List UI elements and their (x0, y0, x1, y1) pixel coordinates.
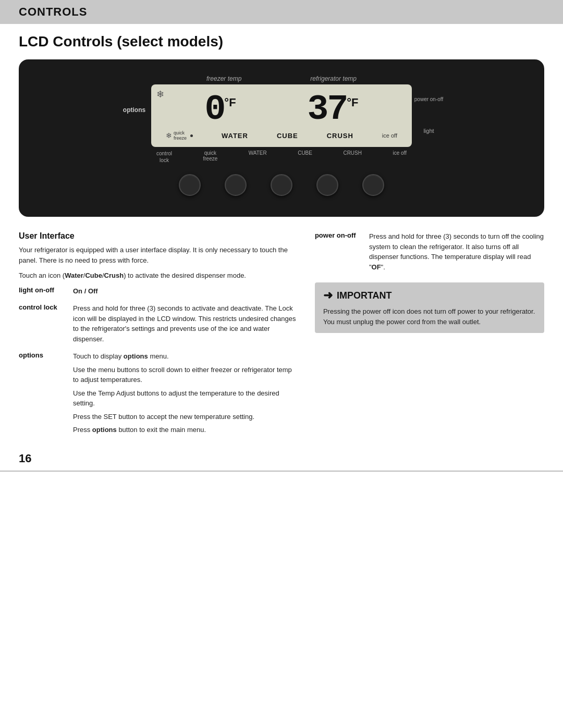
control-lock-def: Press and hold for three (3) seconds to … (73, 303, 299, 344)
user-interface-title: User Interface (19, 231, 299, 241)
lcd-panel: options freezer temp refrigerator temp ❄… (19, 59, 544, 217)
lcd-screen: ❄ 0 °F 37 °F ❄ quickfreeze (151, 84, 412, 147)
options-def: Touch to display options menu. Use the m… (73, 351, 299, 435)
dot-indicator (190, 134, 193, 137)
user-interface-para2: Touch an icon (Water/Cube/Crush) to acti… (19, 270, 299, 281)
crush-outer-label: CRUSH (343, 150, 362, 156)
freezer-temp-label: freezer temp (206, 75, 241, 82)
user-interface-para1: Your refrigerator is equipped with a use… (19, 245, 299, 265)
page-number: 16 (0, 442, 563, 471)
cube-label: CUBE (277, 132, 298, 140)
snowflake-top-icon: ❄ (156, 89, 164, 100)
buttons-row (151, 174, 412, 196)
options-label: options (19, 351, 66, 359)
controls-header: CONTROLS (0, 0, 563, 24)
term-light-on-off: light on-off On / Off (19, 286, 299, 297)
crush-label: CRUSH (327, 132, 353, 140)
content-right: power on-off Press and hold for three (3… (315, 231, 544, 442)
ice-off-label: ice off (382, 132, 397, 139)
content-area: User Interface Your refrigerator is equi… (0, 231, 563, 442)
term-power-on-off: power on-off Press and hold for three (3… (315, 231, 544, 272)
important-title: IMPORTANT (337, 290, 392, 301)
water-label: WATER (222, 132, 248, 140)
button-5[interactable] (362, 174, 384, 196)
options-outer-label: options (117, 106, 151, 114)
content-left: User Interface Your refrigerator is equi… (19, 231, 299, 442)
controls-title: CONTROLS (19, 5, 544, 19)
refrigerator-degree: °F (347, 96, 358, 109)
water-outer-label: WATER (249, 150, 267, 156)
button-4[interactable] (316, 174, 338, 196)
button-2[interactable] (225, 174, 247, 196)
important-arrow-icon: ➜ (323, 289, 333, 302)
ice-off-outer-label: ice off (393, 150, 407, 156)
quick-freeze-outer-label: quickfreeze (203, 150, 217, 162)
light-on-off-def: On / Off (73, 286, 98, 297)
light-on-off-label: light on-off (19, 286, 66, 294)
cube-outer-label: CUBE (298, 150, 312, 156)
power-on-off-def: Press and hold for three (3) seconds to … (369, 231, 544, 272)
important-header: ➜ IMPORTANT (323, 289, 536, 302)
power-on-off-outer-label: power on-off (414, 96, 443, 103)
button-3[interactable] (271, 174, 292, 196)
freezer-temp-display: 0 (205, 92, 225, 127)
freezer-degree: °F (224, 96, 236, 109)
refrigerator-temp-label: refrigerator temp (310, 75, 357, 82)
important-box: ➜ IMPORTANT Pressing the power off icon … (315, 282, 544, 333)
term-options: options Touch to display options menu. U… (19, 351, 299, 435)
power-on-off-label: power on-off (315, 231, 362, 239)
term-control-lock: control lock Press and hold for three (3… (19, 303, 299, 344)
important-text: Pressing the power off icon does not tur… (323, 306, 536, 327)
snowflake-small-icon: ❄ (166, 131, 172, 140)
page-title: LCD Controls (select models) (0, 33, 563, 50)
control-lock-outer-label: controllock (156, 150, 172, 164)
bottom-rule (0, 471, 563, 472)
refrigerator-temp-display: 37 (308, 92, 347, 127)
control-lock-label: control lock (19, 303, 66, 311)
button-1[interactable] (179, 174, 201, 196)
quick-freeze-screen-label: quickfreeze (174, 130, 187, 141)
light-outer-label: light (423, 128, 434, 134)
